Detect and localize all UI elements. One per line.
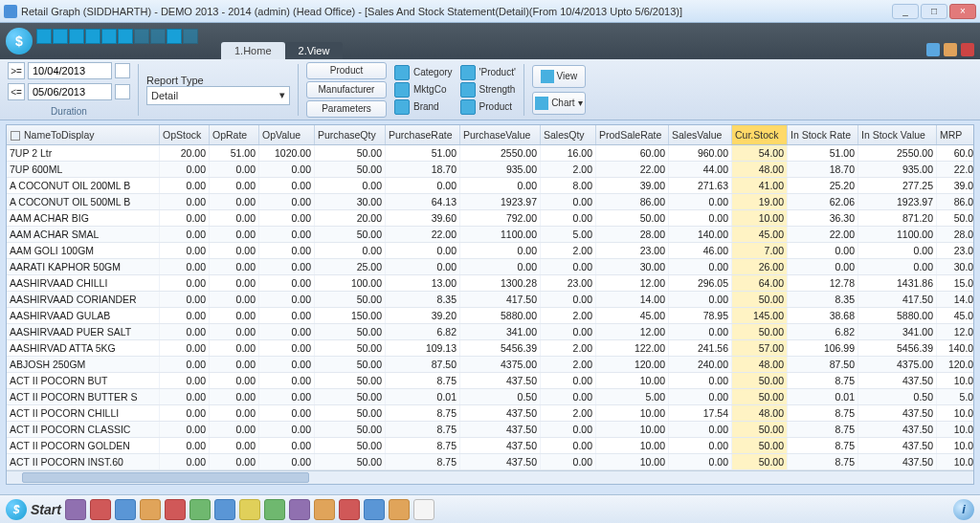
col-header[interactable]: NameToDisplay [7, 125, 160, 144]
minimize-button[interactable]: _ [892, 4, 919, 19]
chart-button[interactable]: Chart ▾ [532, 92, 586, 115]
nav-refresh-icon[interactable] [118, 29, 133, 44]
col-header[interactable]: ProdSaleRate [596, 125, 669, 144]
cell: 2.00 [541, 340, 596, 356]
cell: 8.75 [386, 422, 460, 437]
task-icon-2[interactable] [90, 499, 111, 520]
table-row[interactable]: ACT II POCORN CHILLI0.000.000.0050.008.7… [7, 405, 973, 422]
mktgco-icon[interactable] [394, 82, 410, 98]
col-header[interactable]: OpStock [160, 125, 210, 144]
date-to-input[interactable] [28, 83, 112, 100]
col-header[interactable]: OpRate [210, 125, 259, 144]
nav-btn-9[interactable] [167, 29, 182, 44]
info-icon[interactable]: i [953, 499, 974, 520]
table-row[interactable]: AAM GOLI 100GM0.000.000.000.000.000.002.… [7, 243, 973, 259]
product-button[interactable]: Product [306, 62, 387, 79]
task-icon-5[interactable] [165, 499, 186, 520]
grid-header: NameToDisplayOpStockOpRateOpValuePurchas… [7, 125, 973, 145]
manufacturer-button[interactable]: Manufacturer [306, 81, 387, 98]
task-icon-13[interactable] [364, 499, 385, 520]
table-row[interactable]: AASHIRVAAD CHILLI0.000.000.00100.0013.00… [7, 275, 973, 292]
col-header[interactable]: In Stock Value [858, 125, 937, 144]
table-row[interactable]: AASHIRVAAD PUER SALT0.000.000.0050.006.8… [7, 324, 973, 340]
settings-icon[interactable] [944, 43, 957, 56]
table-row[interactable]: AAM ACHAR BIG0.000.000.0020.0039.60792.0… [7, 210, 973, 227]
table-row[interactable]: AAM ACHAR SMAL0.000.000.0050.0022.001100… [7, 227, 973, 243]
help-icon[interactable] [926, 43, 940, 56]
start-button[interactable]: $ Start [6, 499, 61, 520]
nav-play-icon[interactable] [69, 29, 84, 44]
cell: 17.54 [669, 405, 732, 421]
cell: 64.13 [386, 194, 460, 209]
view-button[interactable]: View [532, 65, 586, 88]
task-icon-1[interactable] [65, 499, 86, 520]
task-icon-8[interactable] [239, 499, 260, 520]
col-header[interactable]: OpValue [259, 125, 315, 144]
nav-prev-icon[interactable] [53, 29, 68, 44]
grid-body[interactable]: 7UP 2 Ltr20.0051.001020.0050.0051.002550… [7, 145, 973, 470]
col-header[interactable]: PurchaseRate [386, 125, 460, 144]
task-icon-4[interactable] [140, 499, 161, 520]
cell: 10.00 [596, 373, 669, 388]
productq-icon[interactable] [460, 65, 476, 80]
task-icon-15[interactable] [413, 499, 434, 520]
strength-icon[interactable] [460, 82, 476, 98]
task-icon-9[interactable] [264, 499, 285, 520]
task-icon-10[interactable] [289, 499, 310, 520]
table-row[interactable]: AASHIRVAD ATTA 5KG0.000.000.0050.00109.1… [7, 340, 973, 357]
col-header[interactable]: MRP [937, 125, 974, 144]
table-row[interactable]: AARATI KAPHOR 50GM0.000.000.0025.000.000… [7, 259, 973, 275]
col-header[interactable]: In Stock Rate [788, 125, 858, 144]
table-row[interactable]: 7UP 600ML0.000.000.0050.0018.70935.002.0… [7, 162, 973, 178]
app-logo[interactable]: $ [6, 28, 33, 54]
col-header[interactable]: SalesValue [669, 125, 732, 144]
table-row[interactable]: AASHIRVAAD GULAB0.000.000.00150.0039.205… [7, 308, 973, 324]
task-icon-11[interactable] [314, 499, 335, 520]
cell: 100.00 [315, 275, 386, 291]
table-row[interactable]: ACT II POCORN INST.600.000.000.0050.008.… [7, 454, 973, 470]
task-icon-6[interactable] [189, 499, 211, 520]
col-header[interactable]: SalesQty [541, 125, 596, 144]
nav-btn-8[interactable] [150, 29, 166, 44]
date-from-input[interactable] [28, 62, 112, 79]
nav-btn-10[interactable] [183, 29, 198, 44]
table-row[interactable]: AASHIRVAAD CORIANDER0.000.000.0050.008.3… [7, 292, 973, 308]
calendar-from-icon[interactable] [115, 63, 130, 78]
col-header[interactable]: PurchaseQty [315, 125, 386, 144]
calendar-to-icon[interactable] [115, 84, 130, 99]
col-header[interactable]: Cur.Stock [732, 125, 788, 144]
close-button[interactable]: × [949, 4, 976, 19]
nav-first-icon[interactable] [36, 29, 52, 44]
tab-view[interactable]: 2.View [285, 42, 344, 59]
table-row[interactable]: ACT II POCORN BUT0.000.000.0050.008.7543… [7, 373, 973, 389]
nav-last-icon[interactable] [101, 29, 117, 44]
table-row[interactable]: 7UP 2 Ltr20.0051.001020.0050.0051.002550… [7, 145, 973, 162]
table-row[interactable]: ACT II POCORN GOLDEN0.000.000.0050.008.7… [7, 438, 973, 454]
brand-icon[interactable] [394, 99, 410, 115]
nav-next-icon[interactable] [85, 29, 100, 44]
table-row[interactable]: ACT II POCORN CLASSIC0.000.000.0050.008.… [7, 422, 973, 438]
cell: ACT II POCORN GOLDEN [7, 438, 160, 453]
cell: 50.00 [315, 454, 386, 469]
table-row[interactable]: A COCONUT OIL 500ML B0.000.000.0030.0064… [7, 194, 973, 210]
category-icon[interactable] [394, 65, 410, 80]
horizontal-scrollbar[interactable] [7, 470, 973, 484]
parameters-button[interactable]: Parameters [306, 100, 387, 118]
scrollbar-thumb[interactable] [22, 472, 309, 483]
table-row[interactable]: A COCONUT OIL 200ML B0.000.000.000.000.0… [7, 178, 973, 194]
task-icon-7[interactable] [214, 499, 235, 520]
table-row[interactable]: ACT II POCORN BUTTER S0.000.000.0050.000… [7, 389, 973, 405]
table-row[interactable]: ABJOSH 250GM0.000.000.0050.0087.504375.0… [7, 357, 973, 373]
product-icon[interactable] [460, 99, 476, 115]
cell: 7UP 2 Ltr [7, 145, 160, 161]
task-icon-14[interactable] [389, 499, 410, 520]
tab-home[interactable]: 1.Home [221, 42, 285, 59]
maximize-button[interactable]: □ [921, 4, 947, 19]
report-type-select[interactable]: Detail▾ [146, 86, 290, 105]
cell: 8.75 [788, 373, 858, 388]
task-icon-3[interactable] [115, 499, 136, 520]
col-header[interactable]: PurchaseValue [460, 125, 541, 144]
pdf-icon[interactable] [961, 43, 974, 56]
task-icon-12[interactable] [339, 499, 360, 520]
nav-btn-7[interactable] [134, 29, 149, 44]
